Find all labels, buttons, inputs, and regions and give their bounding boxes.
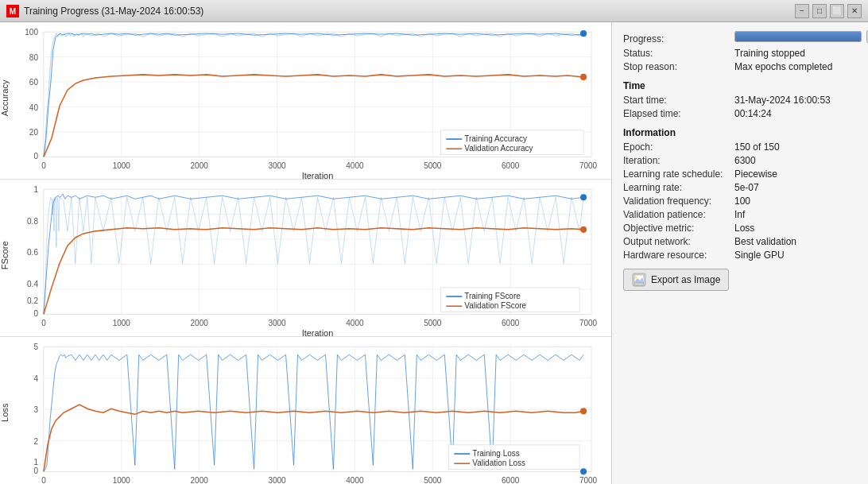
progress-bar-outer: [734, 31, 862, 42]
svg-text:3000: 3000: [268, 475, 286, 484]
svg-text:4000: 4000: [346, 475, 364, 484]
svg-text:5000: 5000: [424, 161, 442, 169]
window-controls: − □ ⬜ ✕: [795, 4, 862, 18]
export-button[interactable]: Export as Image: [623, 269, 729, 291]
val-patience-row: Validation patience: Inf: [623, 209, 857, 220]
svg-text:4: 4: [33, 374, 38, 382]
svg-text:3000: 3000: [268, 161, 286, 169]
svg-text:0: 0: [41, 161, 46, 169]
svg-text:Validation Loss: Validation Loss: [472, 459, 525, 467]
hardware-row: Hardware resource: Single GPU: [623, 250, 857, 261]
start-time-value: 31-May-2024 16:00:53: [734, 95, 831, 106]
progress-bar-inner: [735, 32, 861, 41]
svg-text:Training FScore: Training FScore: [464, 292, 521, 300]
svg-text:80: 80: [29, 53, 38, 62]
info-panel: Progress: Status: Training stopped Stop …: [612, 22, 868, 484]
svg-rect-105: [634, 283, 644, 285]
window-title: Training Progress (31-May-2024 16:00:53): [24, 6, 203, 17]
minimize-button[interactable]: −: [795, 4, 809, 18]
svg-text:Training Loss: Training Loss: [472, 449, 519, 458]
val-patience-label: Validation patience:: [623, 209, 734, 220]
status-label: Status:: [623, 48, 734, 59]
loss-chart: 5 4 3 2 1 0 0 1000 2000 3000 4000 5000 6…: [0, 337, 611, 485]
epoch-row: Epoch: 150 of 150: [623, 141, 857, 153]
information-section-title: Information: [623, 127, 857, 138]
svg-point-29: [580, 30, 587, 37]
progress-row: Progress:: [623, 30, 857, 45]
svg-point-96: [580, 468, 587, 474]
svg-point-64: [580, 227, 587, 233]
accuracy-chart: 100 80 60 40 20 0 0 1000 2000 3000 4000 …: [0, 22, 611, 180]
hardware-value: Single GPU: [734, 250, 785, 261]
lr-schedule-label: Learning rate schedule:: [623, 168, 734, 180]
svg-text:Iteration: Iteration: [302, 327, 334, 335]
svg-text:Training Accuracy: Training Accuracy: [464, 134, 527, 143]
close-button[interactable]: ✕: [847, 4, 862, 18]
title-bar: M Training Progress (31-May-2024 16:00:5…: [0, 0, 868, 22]
svg-text:0: 0: [41, 475, 46, 484]
svg-point-106: [635, 277, 637, 279]
fscore-chart: 1 0.8 0.6 0.4 0.2 0 0 1000 2000 3000 400…: [0, 180, 611, 337]
start-time-label: Start time:: [623, 95, 734, 106]
svg-text:Accuracy: Accuracy: [0, 79, 10, 116]
status-value: Training stopped: [734, 48, 805, 59]
svg-point-97: [580, 408, 587, 414]
svg-text:1: 1: [33, 458, 38, 467]
svg-text:5: 5: [33, 343, 38, 351]
svg-text:3000: 3000: [268, 318, 286, 327]
iteration-label: Iteration:: [623, 155, 734, 166]
svg-text:3: 3: [33, 405, 38, 414]
svg-text:7000: 7000: [579, 318, 598, 327]
svg-point-30: [580, 74, 587, 80]
lr-label: Learning rate:: [623, 182, 734, 193]
export-button-label: Export as Image: [651, 274, 720, 285]
svg-text:1000: 1000: [113, 161, 131, 169]
epoch-label: Epoch:: [623, 141, 734, 153]
svg-text:Iteration: Iteration: [302, 171, 334, 179]
svg-text:0.4: 0.4: [27, 280, 38, 288]
svg-text:1000: 1000: [113, 318, 131, 327]
output-network-row: Output network: Best validation: [623, 236, 857, 247]
output-network-label: Output network:: [623, 236, 734, 247]
svg-text:0: 0: [41, 318, 46, 327]
start-time-row: Start time: 31-May-2024 16:00:53: [623, 95, 857, 106]
output-network-value: Best validation: [734, 236, 796, 247]
stop-reason-row: Stop reason: Max epochs completed: [623, 61, 857, 72]
objective-label: Objective metric:: [623, 223, 734, 234]
svg-text:5000: 5000: [424, 475, 442, 484]
val-freq-label: Validation frequency:: [623, 196, 734, 207]
val-freq-row: Validation frequency: 100: [623, 196, 857, 207]
svg-text:20: 20: [29, 128, 38, 137]
svg-text:0.8: 0.8: [27, 216, 38, 225]
svg-text:4000: 4000: [346, 318, 364, 327]
stop-reason-value: Max epochs completed: [734, 61, 832, 72]
svg-text:4000: 4000: [346, 161, 364, 169]
svg-text:2000: 2000: [191, 161, 209, 169]
status-row: Status: Training stopped: [623, 48, 857, 59]
maximize-button[interactable]: ⬜: [830, 4, 844, 18]
svg-text:0.2: 0.2: [27, 296, 38, 305]
charts-panel: 100 80 60 40 20 0 0 1000 2000 3000 4000 …: [0, 22, 612, 484]
progress-bar-container: [734, 30, 868, 43]
elapsed-time-row: Elapsed time: 00:14:24: [623, 108, 857, 119]
iteration-row: Iteration: 6300: [623, 155, 857, 166]
epoch-value: 150 of 150: [734, 141, 780, 153]
svg-text:Validation Accuracy: Validation Accuracy: [464, 144, 533, 153]
svg-text:2000: 2000: [191, 475, 209, 484]
svg-text:0.6: 0.6: [27, 248, 38, 257]
time-section-title: Time: [623, 80, 857, 91]
svg-text:6000: 6000: [502, 475, 520, 484]
svg-text:0: 0: [33, 152, 38, 161]
svg-text:100: 100: [25, 28, 38, 37]
svg-text:0: 0: [33, 309, 38, 318]
hardware-label: Hardware resource:: [623, 250, 734, 261]
stop-reason-label: Stop reason:: [623, 61, 734, 72]
objective-value: Loss: [734, 223, 754, 234]
svg-text:7000: 7000: [579, 475, 598, 484]
elapsed-time-value: 00:14:24: [734, 108, 772, 119]
matlab-icon: M: [6, 5, 19, 17]
val-patience-value: Inf: [734, 209, 745, 220]
svg-text:M: M: [10, 7, 16, 16]
svg-text:1: 1: [33, 185, 38, 194]
restore-button[interactable]: □: [812, 4, 827, 18]
